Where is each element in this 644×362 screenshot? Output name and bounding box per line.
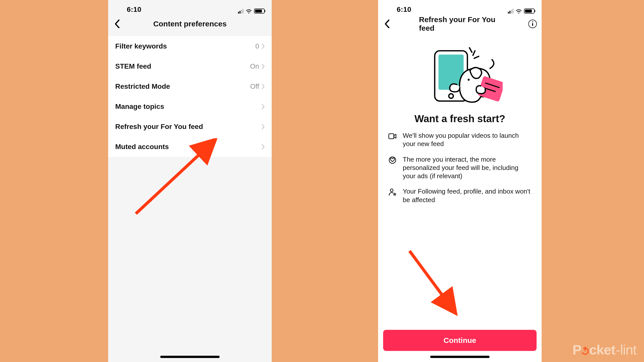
svg-line-5 [473,51,475,55]
chevron-right-icon [262,44,265,49]
chevron-left-icon [384,20,390,28]
status-bar: 6:10 [108,0,272,15]
row-stem-feed[interactable]: STEM feed On [108,56,272,76]
status-icons [508,9,535,14]
status-icons [238,9,265,14]
page-title: Content preferences [153,20,227,28]
row-restricted-mode[interactable]: Restricted Mode Off [108,76,272,97]
illustration [378,38,542,109]
info-button[interactable] [528,19,538,29]
wifi-icon [246,9,252,14]
bullet-not-affected: Your Following feed, profile, and inbox … [388,187,532,204]
back-button[interactable] [112,19,122,29]
status-bar: 6:10 [378,0,542,15]
chevron-right-icon [262,124,265,129]
home-indicator [160,356,220,358]
chevron-right-icon [262,144,265,149]
bullet-popular-videos: We'll show you popular videos to launch … [388,131,532,148]
chevron-left-icon [114,20,120,28]
screenshot-refresh-feed: 6:10 Refresh your For You feed [378,0,542,362]
bullet-text: Your Following feed, profile, and inbox … [403,187,532,204]
heading: Want a fresh start? [378,113,542,124]
nav-bar: Refresh your For You feed [378,15,542,33]
row-value: 0 [255,42,259,50]
bullet-personalized: The more you interact, the more personal… [388,155,532,180]
row-label: Manage topics [115,103,164,111]
video-icon [388,132,397,141]
row-value: Off [250,83,259,90]
nav-bar: Content preferences [108,15,272,33]
continue-button[interactable]: Continue [383,330,537,351]
back-button[interactable] [382,19,392,29]
chevron-right-icon [262,64,265,69]
screenshot-content-preferences: 6:10 Content preferences Filter keywords [108,0,272,362]
row-label: Muted accounts [115,143,169,151]
chevron-right-icon [262,84,265,89]
info-icon [528,20,537,28]
watermark-pocket-lint: P cket-lint [573,342,636,357]
svg-line-14 [410,251,452,309]
svg-line-6 [474,56,479,58]
row-label: Restricted Mode [115,82,170,90]
status-time: 6:10 [127,6,141,14]
battery-icon [524,9,535,14]
svg-point-12 [389,157,396,163]
row-value: On [250,63,259,70]
row-label: Refresh your For You feed [115,123,203,131]
wifi-icon [515,9,522,14]
cellular-signal-icon [238,9,244,14]
battery-icon [254,9,265,14]
bullet-text: We'll show you popular videos to launch … [403,131,532,148]
svg-point-7 [468,79,470,81]
person-star-icon [388,188,397,196]
row-label: STEM feed [115,62,151,70]
row-filter-keywords[interactable]: Filter keywords 0 [108,36,272,56]
svg-point-13 [390,189,393,192]
page-title: Refresh your For You feed [419,15,501,32]
bullet-list: We'll show you popular videos to launch … [378,124,542,204]
settings-list: Filter keywords 0 STEM feed On Restricte… [108,36,272,157]
power-icon [581,346,590,355]
status-time: 6:10 [397,6,411,14]
svg-line-4 [469,48,472,52]
home-indicator [430,356,490,358]
cellular-signal-icon [508,9,513,14]
row-refresh-for-you[interactable]: Refresh your For You feed [108,117,272,137]
annotation-arrow [407,248,472,319]
svg-rect-11 [389,134,394,139]
heart-target-icon [388,156,397,164]
chevron-right-icon [262,104,265,109]
row-manage-topics[interactable]: Manage topics [108,97,272,117]
bullet-text: The more you interact, the more personal… [403,155,532,180]
row-label: Filter keywords [115,42,167,50]
row-muted-accounts[interactable]: Muted accounts [108,137,272,157]
